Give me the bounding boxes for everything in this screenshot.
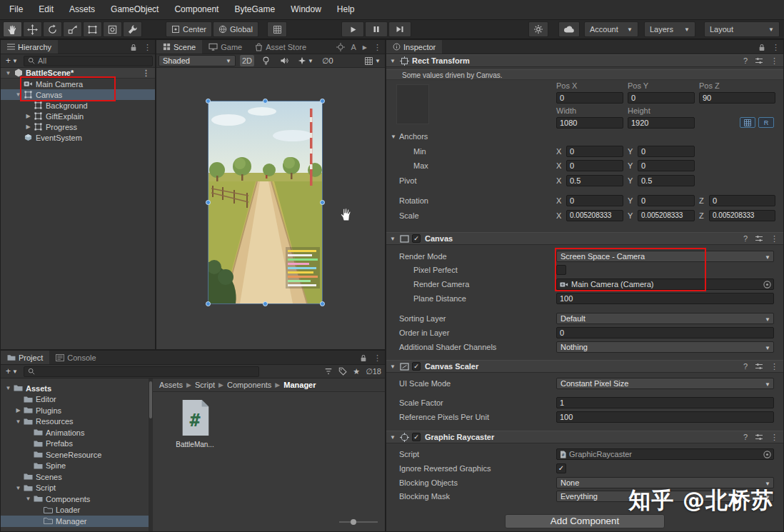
rotate-tool-button[interactable]	[43, 21, 62, 37]
object-picker-icon[interactable]	[763, 280, 772, 289]
render-mode-dropdown[interactable]: Screen Space - Camera▼	[556, 251, 774, 262]
scene-viewport[interactable]	[156, 68, 385, 349]
order-in-layer-field[interactable]: 0	[556, 327, 774, 338]
transform-tool-button[interactable]	[103, 21, 122, 37]
foldout-arrow[interactable]: ▼	[390, 363, 398, 370]
cloud-collab-button[interactable]	[558, 21, 580, 37]
chevron-right-icon[interactable]: ▶	[363, 44, 367, 51]
account-dropdown[interactable]: Account ▼	[584, 21, 638, 37]
foldout-arrow[interactable]: ▼	[14, 91, 23, 98]
foldout-arrow[interactable]: ▼	[390, 58, 398, 64]
help-icon[interactable]: ?	[743, 56, 748, 65]
project-folder-resources[interactable]: ▼Resources	[1, 416, 149, 428]
resize-handle[interactable]	[320, 200, 325, 205]
project-folder-sceneresource[interactable]: SceneResource	[1, 449, 149, 461]
grid-snap-button[interactable]	[267, 21, 287, 37]
project-folder-spine[interactable]: Spine	[1, 461, 149, 472]
foldout-arrow[interactable]: ▼	[4, 385, 13, 391]
space-global-button[interactable]: Global	[213, 21, 258, 37]
hierarchy-item-progress[interactable]: ▶Progress	[1, 121, 155, 132]
pivot-x-field[interactable]: 0.5	[566, 175, 623, 186]
foldout-arrow[interactable]: ▼	[390, 434, 398, 441]
pos-y-field[interactable]: 0	[628, 92, 695, 104]
pos-z-field[interactable]: 90	[699, 92, 775, 104]
foldout-arrow[interactable]: ▼	[391, 134, 399, 140]
kebab-menu-icon[interactable]: ⋮	[373, 43, 381, 52]
kebab-menu-icon[interactable]: ⋮	[770, 433, 778, 442]
scale-factor-field[interactable]: 1	[556, 397, 774, 408]
graphic-raycaster-header[interactable]: ▼ ✓ Graphic Raycaster ? ⋮	[386, 431, 783, 443]
kebab-menu-icon[interactable]: ⋮	[770, 56, 778, 66]
hierarchy-item-giftexplain[interactable]: ▶GiftExplain	[1, 111, 155, 121]
hidden-packages-count[interactable]: ∅18	[366, 367, 381, 376]
layers-dropdown[interactable]: Layers ▼	[644, 21, 695, 37]
scene-grid-dropdown[interactable]: ▼	[362, 55, 383, 66]
lock-icon[interactable]	[758, 44, 765, 51]
ignore-reversed-graphics-checkbox[interactable]: ✓	[556, 463, 566, 473]
pivot-y-field[interactable]: 0.5	[638, 175, 695, 186]
tab-game[interactable]: Game	[202, 40, 248, 54]
render-camera-object-field[interactable]: Main Camera (Camera)	[556, 278, 774, 290]
menu-gameobject[interactable]: GameObject	[103, 0, 166, 19]
custom-tool-button[interactable]	[123, 21, 142, 37]
help-icon[interactable]: ?	[743, 433, 748, 441]
presets-icon[interactable]	[755, 433, 763, 441]
sorting-layer-dropdown[interactable]: Default▼	[556, 313, 774, 324]
create-button[interactable]: + ▼	[3, 56, 21, 66]
project-folder-script[interactable]: ▼Script	[1, 483, 149, 494]
menu-component[interactable]: Component	[166, 0, 226, 19]
lock-icon[interactable]	[360, 354, 367, 362]
lighting-toggle[interactable]	[258, 55, 273, 66]
foldout-arrow[interactable]: ▼	[390, 236, 398, 242]
rotation-y-field[interactable]: 0	[638, 195, 695, 206]
services-button[interactable]	[528, 21, 548, 37]
pos-x-field[interactable]: 0	[556, 92, 623, 104]
kebab-menu-icon[interactable]: ⋮	[772, 43, 780, 52]
foldout-arrow[interactable]: ▼	[24, 496, 33, 502]
height-field[interactable]: 1920	[628, 117, 695, 129]
anchor-min-y-field[interactable]: 0	[638, 146, 695, 157]
presets-icon[interactable]	[755, 363, 763, 370]
menu-assets[interactable]: Assets	[61, 0, 103, 19]
project-folder-loader[interactable]: Loader	[1, 505, 149, 516]
anchor-min-x-field[interactable]: 0	[566, 146, 623, 157]
project-folder-assets[interactable]: ▼Assets	[1, 383, 149, 394]
hierarchy-item-battlescene[interactable]: ▼BattleScene*⋮	[1, 68, 155, 79]
canvas-header[interactable]: ▼ ✓ Canvas ? ⋮	[386, 232, 783, 245]
component-enabled-checkbox[interactable]: ✓	[412, 433, 421, 441]
resize-handle[interactable]	[320, 99, 325, 104]
favorites-star-icon[interactable]: ★	[353, 367, 360, 376]
menu-bytegame[interactable]: ByteGame	[226, 0, 283, 19]
scale-z-field[interactable]: 0.005208333	[709, 210, 775, 221]
foldout-arrow[interactable]: ▶	[24, 113, 33, 119]
raw-edit-mode-button[interactable]: R	[758, 117, 774, 128]
scrollbar-thumb[interactable]	[149, 381, 152, 418]
play-button[interactable]	[341, 21, 364, 37]
resize-handle[interactable]	[206, 301, 211, 306]
object-picker-icon[interactable]	[763, 450, 772, 459]
resize-handle[interactable]	[206, 99, 211, 104]
project-search-input[interactable]	[24, 366, 259, 377]
component-enabled-checkbox[interactable]: ✓	[412, 362, 421, 371]
rect-transform-header[interactable]: ▼ Rect Transform ? ⋮	[386, 54, 783, 67]
resize-handle[interactable]	[263, 99, 268, 104]
anchor-max-y-field[interactable]: 0	[638, 160, 695, 171]
create-button[interactable]: + ▼	[3, 366, 21, 376]
foldout-arrow[interactable]: ▶	[24, 124, 33, 130]
help-icon[interactable]: ?	[743, 234, 748, 243]
menu-file[interactable]: File	[1, 0, 31, 19]
project-folder-animations[interactable]: Animations	[1, 427, 149, 438]
2d-toggle[interactable]: 2D	[240, 55, 254, 66]
search-by-label-icon[interactable]	[338, 367, 347, 376]
tab-console[interactable]: Console	[49, 351, 102, 364]
tab-asset-store[interactable]: Asset Store	[248, 40, 313, 54]
asset-file-battlemanager[interactable]: # BattleMan...	[171, 398, 218, 448]
tab-project[interactable]: Project	[1, 351, 49, 364]
resize-handle[interactable]	[320, 301, 325, 306]
hidden-objects-count[interactable]: ∅0	[320, 55, 336, 66]
effects-dropdown[interactable]: ▼	[296, 55, 316, 66]
script-object-field[interactable]: # GraphicRaycaster	[556, 448, 774, 460]
resize-handle[interactable]	[263, 301, 268, 306]
plane-distance-field[interactable]: 100	[556, 293, 774, 304]
gizmos-label[interactable]: A	[351, 43, 356, 51]
